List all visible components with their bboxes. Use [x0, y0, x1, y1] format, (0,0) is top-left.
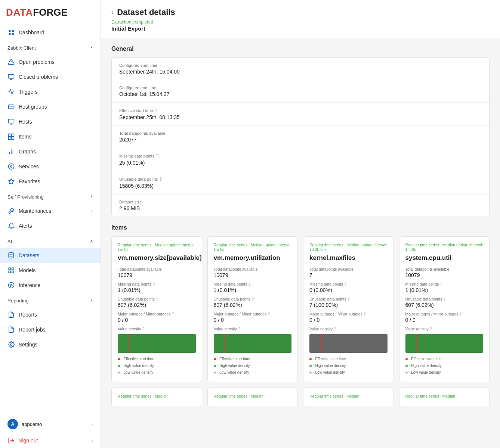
dataset-size-field: Dataset size 2.96 MiB	[112, 195, 489, 217]
missing-dp-label: Missing data points ?	[119, 153, 482, 159]
item-outages-1: 0 / 0	[214, 317, 292, 323]
graphs-icon	[7, 148, 15, 155]
item-type-bottom-4: Regular time series · Median	[405, 394, 484, 398]
sidebar-item-datasets[interactable]: Datasets	[0, 248, 101, 263]
self-provisioning-label: Self Provisioning	[7, 194, 44, 200]
self-provisioning-section[interactable]: Self Provisioning	[0, 190, 101, 203]
closed-problems-icon	[7, 74, 15, 80]
configured-start-field: Configured start time September 24th, 15…	[112, 58, 489, 80]
svg-point-16	[9, 164, 14, 169]
item-total-dp-0: 10079	[118, 272, 196, 278]
datasets-label: Datasets	[19, 252, 39, 258]
item-outages-3: 0 / 0	[405, 317, 484, 323]
general-card: Configured start time September 24th, 15…	[111, 57, 490, 217]
item-unusable-0: 607 (6.02%)	[118, 302, 196, 308]
settings-icon	[7, 341, 15, 348]
item-unusable-2: 7 (100.00%)	[309, 302, 388, 308]
reporting-section[interactable]: Reporting	[0, 294, 101, 307]
datasets-icon	[7, 252, 15, 259]
svg-rect-6	[9, 74, 14, 78]
item-name-0: vm.memory.size[pavailable]	[118, 254, 196, 262]
item-name-1: vm.memory.utilization	[214, 254, 292, 262]
unusable-dp-help-icon[interactable]: ?	[159, 177, 162, 182]
services-label: Services	[19, 164, 39, 169]
items-grid-bottom: Regular time series · Median Regular tim…	[111, 388, 490, 407]
item-missing-label-2: Missing data points ?	[309, 282, 388, 286]
legend-dot-red-1	[214, 358, 216, 360]
sidebar-item-report-jobs[interactable]: Report jobs	[0, 322, 101, 337]
sidebar-item-host-groups[interactable]: Host groups	[0, 99, 101, 114]
legend-dot-lightgreen-2	[309, 371, 312, 374]
svg-rect-20	[9, 268, 10, 270]
item-card-0: Regular time series · Median update inte…	[111, 236, 202, 382]
item-outages-0: 0 / 0	[118, 317, 196, 323]
sidebar-item-signout[interactable]: Sign out ›	[0, 433, 101, 448]
item-name-3: system.cpu.util	[405, 254, 484, 262]
sidebar-item-alerts[interactable]: Alerts	[0, 218, 101, 233]
legend-dot-green-2	[309, 365, 312, 367]
sidebar-bottom: A appdemo › Sign out ›	[0, 415, 101, 448]
dashboard-label: Dashboard	[19, 29, 44, 35]
ai-section[interactable]: AI	[0, 235, 101, 248]
effective-start-value: September 25th, 00:13:35	[119, 114, 482, 120]
effective-start-field: Effective start time ? September 25th, 0…	[112, 103, 489, 126]
item-density-chart-1	[214, 334, 292, 353]
sidebar-item-graphs[interactable]: Graphs	[0, 144, 101, 159]
configured-end-field: Configured end time October 1st, 15:04:2…	[112, 80, 489, 103]
sidebar-item-maintenances[interactable]: Maintenances ∨	[0, 203, 101, 218]
item-outages-2: 0 / 0	[309, 317, 388, 323]
open-problems-icon	[7, 59, 15, 65]
logo-forge: FORGE	[33, 7, 67, 18]
sidebar-item-closed-problems[interactable]: Closed problems	[0, 69, 101, 84]
item-card-bottom-1: Regular time series · Median	[111, 388, 202, 407]
sidebar-item-dashboard[interactable]: Dashboard	[0, 25, 101, 40]
zabbix-client-section[interactable]: Zabbix Client	[0, 41, 101, 55]
hosts-label: Hosts	[19, 119, 32, 125]
legend-effective-0: · Effective start time	[118, 356, 196, 363]
item-total-dp-label-1: Total datapoints available	[214, 267, 292, 271]
sidebar-item-reports[interactable]: Reports	[0, 307, 101, 322]
user-info: A appdemo	[7, 419, 42, 429]
svg-rect-21	[12, 268, 14, 270]
back-button[interactable]: ‹	[111, 9, 113, 16]
sidebar-item-models[interactable]: Models	[0, 263, 101, 278]
missing-dp-value: 25 (0.01%)	[119, 160, 482, 166]
sidebar-item-favorites[interactable]: Favorites	[0, 174, 101, 189]
zabbix-client-label: Zabbix Client	[7, 45, 36, 51]
item-missing-label-0: Missing data points ?	[118, 282, 196, 286]
item-legend-3: · Effective start time · High value dens…	[405, 356, 484, 376]
item-total-dp-label-2: Total datapoints available	[309, 267, 388, 271]
svg-marker-25	[11, 284, 13, 286]
item-outages-label-2: Major outages / Minor outages ?	[309, 312, 388, 316]
item-unusable-label-0: Unusable data points ?	[118, 297, 196, 301]
sidebar-item-inference[interactable]: Inference	[0, 278, 101, 293]
effective-start-help-icon[interactable]: ?	[154, 108, 157, 113]
maintenances-icon	[7, 208, 15, 214]
legend-low-1: · Low value density	[214, 369, 292, 376]
legend-effective-1: · Effective start time	[214, 356, 292, 363]
item-total-dp-1: 10079	[214, 272, 292, 278]
item-legend-0: · Effective start time · High value dens…	[118, 356, 196, 376]
legend-dot-green-3	[405, 365, 408, 367]
user-label: appdemo	[22, 421, 42, 427]
item-total-dp-3: 10079	[405, 272, 484, 278]
sidebar-item-triggers[interactable]: Triggers	[0, 84, 101, 99]
zabbix-client-chevron	[90, 46, 93, 50]
inference-label: Inference	[19, 282, 40, 288]
sidebar-item-services[interactable]: Services	[0, 159, 101, 174]
item-density-chart-0	[118, 334, 196, 353]
sidebar-item-settings[interactable]: Settings	[0, 337, 101, 352]
legend-low-0: · Low value density	[118, 369, 196, 376]
sidebar-item-items[interactable]: Items	[0, 129, 101, 144]
sidebar-item-hosts[interactable]: Hosts	[0, 114, 101, 129]
legend-high-2: · High value density	[309, 363, 388, 369]
item-density-label-3: Value density ?	[405, 327, 484, 331]
item-legend-2: · Effective start time · High value dens…	[309, 356, 388, 376]
missing-dp-help-icon[interactable]: ?	[156, 153, 158, 159]
user-row[interactable]: A appdemo ›	[0, 415, 101, 433]
sidebar-item-open-problems[interactable]: Open problems	[0, 55, 101, 69]
item-unusable-label-3: Unusable data points ?	[405, 297, 484, 301]
missing-dp-field: Missing data points ? 25 (0.01%)	[112, 148, 489, 171]
svg-rect-3	[12, 33, 14, 35]
user-arrow-icon: ›	[92, 421, 93, 427]
